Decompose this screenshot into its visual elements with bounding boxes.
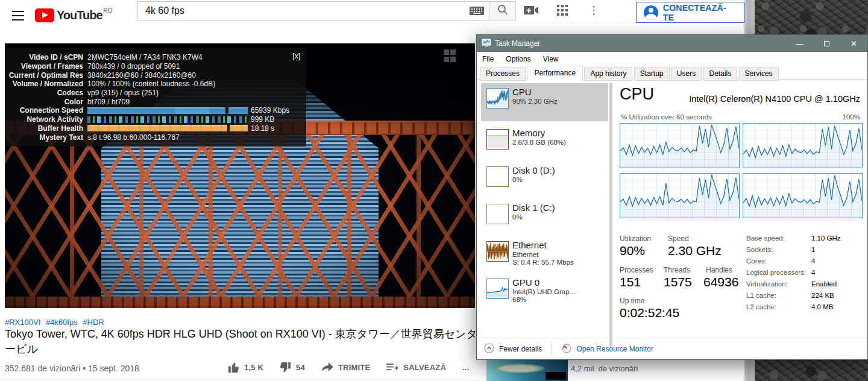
- stat-label: Color: [5, 98, 83, 106]
- related-video-thumbnail[interactable]: [486, 360, 568, 381]
- task-manager-footer: Fewer details Open Resource Monitor: [477, 339, 867, 359]
- info-value: 4: [811, 257, 815, 265]
- logical-processor-graphs[interactable]: [620, 123, 863, 218]
- disk0-mini-graph: [486, 166, 509, 187]
- stat-value: 3840x2160@60 / 3840x2160@60: [87, 71, 196, 80]
- fewer-details-button[interactable]: Fewer details: [484, 343, 542, 355]
- sign-in-button[interactable]: CONECTEAZĂ-TE: [636, 2, 744, 23]
- save-button[interactable]: SALVEAZĂ: [386, 363, 446, 373]
- search-area: [137, 1, 516, 20]
- screen: YouTube RO ⋮ CONECTE: [0, 0, 868, 381]
- tab-startup[interactable]: Startup: [634, 67, 670, 81]
- youtube-logo[interactable]: YouTube RO: [35, 8, 113, 22]
- hashtag-link[interactable]: #4k60fps: [46, 318, 78, 327]
- maximize-button[interactable]: [813, 35, 840, 52]
- network-activity-bar: [87, 116, 248, 123]
- youtube-apps-icon[interactable]: [557, 5, 568, 16]
- tab-services[interactable]: Services: [739, 67, 779, 81]
- core-graph-4: [743, 173, 863, 218]
- menu-file[interactable]: File: [482, 55, 494, 63]
- sidebar-item-title: Memory: [512, 128, 608, 138]
- stat-value: 2MWC754oelM / 7A34 FNK3 K7W4: [87, 53, 203, 61]
- handles-value: 64936: [703, 275, 738, 289]
- minimize-button[interactable]: —: [786, 35, 813, 52]
- more-options-icon[interactable]: ⋮: [586, 5, 602, 16]
- video-hashtags: #RX100VI #4k60fps #HDR: [5, 318, 107, 327]
- keyboard-icon[interactable]: [469, 6, 485, 16]
- sidebar-item-disk1[interactable]: Disk 1 (C:) 0%: [481, 199, 608, 235]
- hashtag-link[interactable]: #HDR: [83, 318, 104, 327]
- avatar-icon: [644, 5, 658, 20]
- speed-label: Speed: [668, 235, 689, 243]
- ethernet-mini-graph: [486, 241, 509, 262]
- tab-details[interactable]: Details: [703, 67, 738, 81]
- disk1-mini-graph: [486, 204, 509, 224]
- menu-view[interactable]: View: [543, 55, 559, 63]
- info-label: Logical processors:: [746, 269, 806, 276]
- stat-value: 65939 Kbps: [251, 106, 289, 115]
- info-value: 224 KB: [811, 292, 834, 299]
- like-button[interactable]: 1,5 K: [228, 362, 263, 373]
- thumb-down-icon: [280, 362, 291, 373]
- sidebar-item-detail: S: 0.4 R: 55.7 Mbps: [512, 259, 608, 266]
- gpu-mini-graph: [486, 279, 509, 299]
- youtube-logo-text: YouTube: [57, 8, 102, 22]
- tab-performance[interactable]: Performance: [527, 66, 583, 81]
- sidebar-item-detail: 0%: [512, 176, 608, 183]
- task-manager-titlebar[interactable]: Task Manager — ✕: [477, 35, 867, 52]
- search-icon: [497, 4, 508, 17]
- utilization-axis-max: 100%: [843, 113, 860, 121]
- duration-badge: [546, 372, 566, 380]
- performance-sidebar: CPU 90% 2.30 GHz Memory 2.6/3.8 GB (68%)…: [481, 83, 608, 311]
- hashtag-link[interactable]: #RX100VI: [5, 318, 40, 327]
- search-input[interactable]: [138, 5, 469, 16]
- dislike-button[interactable]: 54: [280, 362, 305, 373]
- resource-monitor-icon: [562, 344, 571, 355]
- more-actions-button[interactable]: ...: [462, 363, 469, 372]
- utilization-label: Utilization: [620, 235, 651, 243]
- dislike-count: 54: [296, 363, 305, 372]
- info-label: Cores:: [746, 257, 767, 265]
- info-value: 1: [811, 246, 815, 253]
- header-icons: ⋮: [523, 5, 602, 16]
- sidebar-item-detail: 0%: [512, 213, 608, 221]
- tab-users[interactable]: Users: [671, 67, 702, 81]
- sidebar-scrollbar[interactable]: [609, 83, 612, 347]
- stats-close-button[interactable]: [x]: [292, 52, 300, 60]
- sidebar-item-cpu[interactable]: CPU 90% 2.30 GHz: [481, 83, 608, 121]
- stats-for-nerds-overlay: [x] Video ID / sCPN2MWC754oelM / 7A34 FN…: [5, 48, 306, 146]
- fewer-details-label: Fewer details: [499, 345, 542, 353]
- video-player[interactable]: [x] Video ID / sCPN2MWC754oelM / 7A34 FN…: [5, 43, 475, 308]
- maximize-icon: [824, 41, 829, 46]
- share-button[interactable]: TRIMITE: [321, 362, 370, 373]
- info-value: 1.10 GHz: [811, 235, 841, 242]
- sidebar-item-detail: 68%: [512, 296, 608, 303]
- videowall-icon[interactable]: [444, 49, 457, 63]
- open-resource-monitor-link[interactable]: Open Resource Monitor: [562, 344, 653, 355]
- upload-video-icon[interactable]: [523, 5, 539, 16]
- stat-label: Codecs: [5, 89, 83, 97]
- menu-bar: File Options View: [477, 52, 867, 66]
- tab-processes[interactable]: Processes: [480, 67, 526, 81]
- uptime-value: 0:02:52:45: [620, 306, 679, 320]
- hamburger-menu-icon[interactable]: [12, 11, 24, 20]
- tab-app-history[interactable]: App history: [584, 67, 632, 81]
- threads-value: 1575: [664, 275, 692, 289]
- menu-options[interactable]: Options: [506, 55, 530, 63]
- sidebar-item-memory[interactable]: Memory 2.6/3.8 GB (68%): [481, 124, 608, 160]
- sidebar-item-title: Disk 0 (D:): [512, 165, 608, 175]
- stat-value: 18.18 s: [251, 124, 274, 133]
- connection-speed-bar: [87, 107, 248, 114]
- stat-value: vp9 (315) / opus (251): [87, 89, 159, 97]
- sidebar-item-ethernet[interactable]: Ethernet Ethernet S: 0.4 R: 55.7 Mbps: [481, 236, 608, 272]
- stat-label: Mystery Text: [5, 133, 83, 142]
- search-button[interactable]: [489, 1, 516, 20]
- close-button[interactable]: ✕: [840, 35, 867, 52]
- stat-label: Video ID / sCPN: [5, 53, 83, 61]
- views-and-date: 352.681 de vizionări • 15 sept. 2018: [5, 364, 139, 373]
- task-manager-window: Task Manager — ✕ File Options View Proce…: [476, 34, 868, 360]
- sidebar-item-disk0[interactable]: Disk 0 (D:) 0%: [481, 162, 608, 198]
- speed-value: 2.30 GHz: [668, 244, 722, 258]
- sidebar-item-gpu[interactable]: GPU 0 Intel(R) UHD Grap... 68%: [481, 274, 608, 310]
- stat-value: 780x439 / 0 dropped of 5091: [87, 62, 180, 71]
